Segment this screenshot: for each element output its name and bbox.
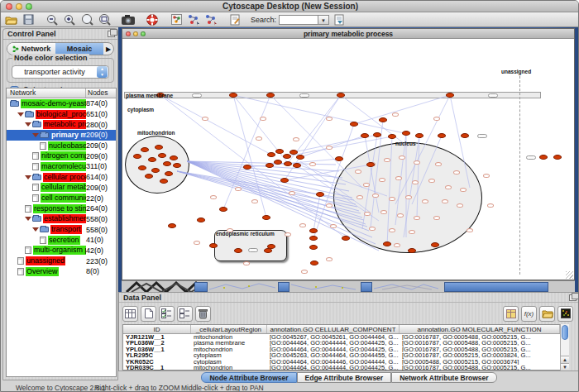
network-node-unselected[interactable]: [364, 212, 371, 216]
advanced-search-button[interactable]: [332, 13, 347, 26]
vizmapper-button[interactable]: [169, 13, 184, 26]
tree-item-cellular-metabo[interactable]: cellular metabo209(0): [7, 183, 116, 194]
save-session-button[interactable]: [21, 13, 36, 26]
network-node-highlighted[interactable]: [264, 248, 272, 253]
tree-item-multi-organism-pro[interactable]: multi-organism pro42(0): [7, 246, 116, 256]
network-node-unselected[interactable]: [285, 232, 291, 237]
zoom-out-button[interactable]: [45, 13, 60, 26]
tab-overflow-arrow[interactable]: ▶: [103, 45, 113, 53]
network-node-unselected[interactable]: [210, 195, 217, 199]
tab-edge-attribute-browser[interactable]: Edge Attribute Browser: [297, 372, 392, 383]
network-node-highlighted[interactable]: [151, 168, 160, 173]
network-node-unselected[interactable]: [293, 137, 299, 141]
expand-triangle-icon[interactable]: [25, 122, 31, 127]
tree-column-nodes[interactable]: Nodes: [86, 88, 116, 98]
float-panel-icon[interactable]: [108, 31, 115, 37]
tab-network-attribute-browser[interactable]: Network Attribute Browser: [391, 372, 496, 383]
network-node-unselected[interactable]: [395, 176, 402, 180]
network-node-highlighted[interactable]: [219, 207, 227, 212]
network-node-highlighted[interactable]: [197, 218, 205, 222]
network-node-unselected[interactable]: [389, 228, 395, 232]
network-node-unselected[interactable]: [299, 223, 306, 227]
formula-builder-button[interactable]: f(x): [521, 306, 537, 322]
network-node-highlighted[interactable]: [145, 174, 153, 179]
network-node-unselected[interactable]: [422, 199, 428, 203]
network-node-unselected[interactable]: [435, 162, 442, 166]
network-node-plain[interactable]: [192, 93, 202, 98]
network-node-highlighted[interactable]: [383, 241, 391, 246]
network-node-unselected[interactable]: [202, 117, 208, 121]
network-node-unselected[interactable]: [235, 187, 242, 191]
network-node-highlighted[interactable]: [138, 165, 146, 170]
scroll-up-arrow[interactable]: ▲: [561, 356, 569, 363]
network-node-highlighted[interactable]: [361, 133, 369, 138]
network-node-unselected[interactable]: [251, 199, 258, 203]
network-node-plain[interactable]: [477, 134, 487, 138]
import-attributes-button[interactable]: [539, 306, 555, 322]
network-node-unselected[interactable]: [384, 158, 390, 162]
table-vertical-scrollbar[interactable]: ▲ ▼: [560, 324, 569, 370]
expand-triangle-icon[interactable]: [32, 227, 39, 232]
network-node-unselected[interactable]: [301, 270, 308, 274]
network-node-unselected[interactable]: [289, 191, 295, 195]
network-node-unselected[interactable]: [363, 183, 370, 187]
network-node-unselected[interactable]: [433, 216, 440, 220]
network-node-unselected[interactable]: [453, 170, 460, 174]
network-node-highlighted[interactable]: [379, 117, 387, 122]
network-node-unselected[interactable]: [330, 224, 337, 228]
network-window-titlebar[interactable]: primary metabolic process: [122, 29, 574, 39]
tree-item-metabolic-process[interactable]: metabolic process280(0): [7, 119, 116, 130]
network-node-highlighted[interactable]: [309, 228, 318, 233]
network-node-highlighted[interactable]: [266, 93, 275, 98]
tree-item-transport[interactable]: transport558(0): [7, 224, 116, 235]
network-node-unselected[interactable]: [399, 155, 405, 160]
tree-item-cell-communicat[interactable]: cell communicat22(0): [7, 193, 116, 203]
tree-item-mosaic-demo-yeast[interactable]: mosaic-demo-yeast874(0): [7, 98, 116, 109]
network-node-highlighted[interactable]: [170, 155, 178, 160]
network-node-highlighted[interactable]: [408, 248, 416, 253]
network-node-unselected[interactable]: [392, 112, 399, 117]
tree-item-response-to-stimulu[interactable]: response to stimulu264(0): [7, 203, 116, 214]
network-node-plain[interactable]: [248, 248, 258, 252]
network-canvas[interactable]: plasma membrane cytoplasm mitochondrion …: [122, 39, 574, 280]
heatmap-button[interactable]: [557, 306, 573, 322]
network-node-highlighted[interactable]: [461, 133, 469, 138]
resize-grip[interactable]: [566, 271, 573, 279]
network-node-highlighted[interactable]: [335, 156, 343, 161]
network-node-highlighted[interactable]: [266, 163, 274, 168]
edit-network-delete-button[interactable]: [203, 13, 218, 26]
network-node-highlighted[interactable]: [415, 133, 423, 138]
network-node-unselected[interactable]: [389, 197, 395, 201]
help-button[interactable]: [145, 13, 160, 26]
network-node-unselected[interactable]: [409, 230, 415, 234]
float-panel-icon[interactable]: [569, 294, 577, 301]
network-node-highlighted[interactable]: [283, 154, 291, 159]
network-node-unselected[interactable]: [326, 146, 333, 150]
network-node-highlighted[interactable]: [309, 236, 318, 241]
network-node-unselected[interactable]: [412, 180, 419, 184]
network-node-unselected[interactable]: [326, 203, 333, 208]
network-node-highlighted[interactable]: [163, 161, 171, 166]
tree-item-unassigned[interactable]: unassigned223(0): [7, 256, 116, 266]
expand-triangle-icon[interactable]: [25, 217, 31, 221]
column-id[interactable]: ID: [123, 325, 191, 333]
tab-node-attribute-browser[interactable]: Node Attribute Browser: [201, 372, 296, 383]
expand-triangle-icon[interactable]: [25, 175, 31, 179]
snapshot-button[interactable]: [121, 13, 136, 26]
annotation-button[interactable]: [227, 13, 242, 26]
network-node-highlighted[interactable]: [234, 248, 242, 253]
network-node-unselected[interactable]: [309, 162, 316, 166]
open-session-button[interactable]: [3, 13, 18, 26]
select-all-attributes-button[interactable]: [159, 306, 175, 322]
network-node-highlighted[interactable]: [262, 215, 270, 220]
network-node-highlighted[interactable]: [280, 178, 289, 183]
network-node-plain[interactable]: [299, 93, 309, 98]
network-node-highlighted[interactable]: [274, 160, 282, 165]
network-node-highlighted[interactable]: [309, 245, 318, 250]
network-node-unselected[interactable]: [394, 243, 400, 247]
attribute-batch-button[interactable]: [503, 306, 519, 322]
network-node-unselected[interactable]: [467, 228, 473, 232]
tree-item-establishment-of-lo[interactable]: establishment of lo558(0): [7, 214, 116, 225]
network-node-unselected[interactable]: [372, 194, 379, 198]
network-node-highlighted[interactable]: [446, 93, 454, 98]
